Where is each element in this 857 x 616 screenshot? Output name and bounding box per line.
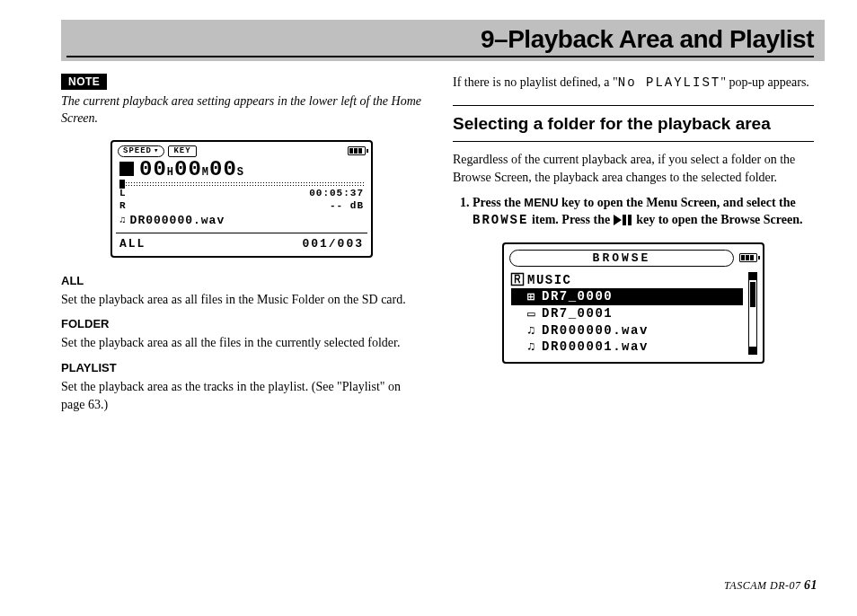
folder-plus-icon: ⊞ <box>526 289 538 304</box>
lcd-elapsed-time: 00H00M00S <box>139 157 244 181</box>
lcd-key-pill: KEY <box>168 145 196 157</box>
play-pause-icon <box>614 215 633 225</box>
lcd-subtime: 00:05:37 <box>309 188 364 198</box>
lcd2-row-name: DR7_0000 <box>542 289 613 304</box>
section-heading-box: Selecting a folder for the playback area <box>453 105 814 143</box>
lcd2-row-name: DR000001.wav <box>542 339 649 354</box>
stop-icon <box>119 162 134 176</box>
lcd-speed-pill: SPEED▾ <box>118 145 164 157</box>
no-playlist-literal: No PLAYLIST <box>618 75 720 90</box>
battery-icon <box>739 253 757 262</box>
lcd-meter-l: L <box>119 188 127 198</box>
lcd-area-label: ALL <box>119 237 146 251</box>
note-text: The current playback area setting appear… <box>61 93 422 128</box>
lcd-meter-r: R <box>119 200 127 211</box>
para-folder: Set the playback area as all the files i… <box>61 334 422 352</box>
folder-icon: ▭ <box>526 306 538 321</box>
music-note-icon: ♫ <box>526 339 538 354</box>
lcd2-row: ⊞DR7_0000 <box>511 288 743 305</box>
lcd2-row-name: DR000000.wav <box>542 323 649 338</box>
chapter-title: 9–Playback Area and Playlist <box>66 25 814 57</box>
para-select-folder: Regardless of the current playback area,… <box>453 151 814 186</box>
lcd-file-name: DR000000.wav <box>130 214 225 227</box>
heading-folder: FOLDER <box>61 317 422 330</box>
browse-item-literal: BROWSE <box>473 213 528 227</box>
lcd-counter: 001/003 <box>302 237 364 251</box>
section-heading: Selecting a folder for the playback area <box>453 113 814 135</box>
page-number: 61 <box>804 578 817 592</box>
page-footer: TASCAM DR-07 61 <box>724 578 817 593</box>
left-column: NOTE The current playback area setting a… <box>61 74 422 417</box>
music-note-icon: ♫ <box>526 323 538 338</box>
chapter-title-bar: 9–Playback Area and Playlist <box>61 20 825 61</box>
para-playlist: Set the playback area as the tracks in t… <box>61 378 422 413</box>
menu-key-label: MENU <box>524 196 558 209</box>
note-badge: NOTE <box>61 74 107 90</box>
heading-all: ALL <box>61 274 422 287</box>
svg-rect-2 <box>628 215 632 225</box>
lcd2-row-name: DR7_0001 <box>542 306 613 321</box>
lcd2-row: ▭DR7_0001 <box>511 305 743 322</box>
para-no-playlist: If there is no playlist defined, a "No P… <box>453 74 814 92</box>
browse-screen-lcd: BROWSE 🅁 MUSIC ⊞DR7_0000▭DR7_0001♫DR0000… <box>502 242 764 364</box>
root-folder-icon: 🅁 <box>511 273 524 287</box>
para-all: Set the playback area as all files in th… <box>61 291 422 309</box>
svg-rect-1 <box>623 215 626 225</box>
lcd-progress-bar <box>119 181 364 187</box>
svg-marker-0 <box>614 215 622 225</box>
lcd2-title: BROWSE <box>509 250 734 267</box>
chevron-down-icon: ▾ <box>154 146 159 156</box>
lcd2-list: 🅁 MUSIC ⊞DR7_0000▭DR7_0001♫DR000000.wav♫… <box>506 270 747 360</box>
music-note-icon: ♫ <box>119 215 127 225</box>
lcd-db: -- dB <box>330 200 364 211</box>
lcd2-row: ♫DR000001.wav <box>511 339 743 355</box>
home-screen-lcd: SPEED▾ KEY 00H00M00S <box>110 140 373 258</box>
right-column: If there is no playlist defined, a "No P… <box>453 74 814 417</box>
battery-icon <box>348 146 366 155</box>
lcd2-scrollbar <box>748 272 757 355</box>
heading-playlist: PLAYLIST <box>61 361 422 374</box>
step-1: Press the MENU key to open the Menu Scre… <box>473 194 814 230</box>
lcd2-root-row: 🅁 MUSIC <box>511 272 743 288</box>
lcd2-row: ♫DR000000.wav <box>511 322 743 339</box>
